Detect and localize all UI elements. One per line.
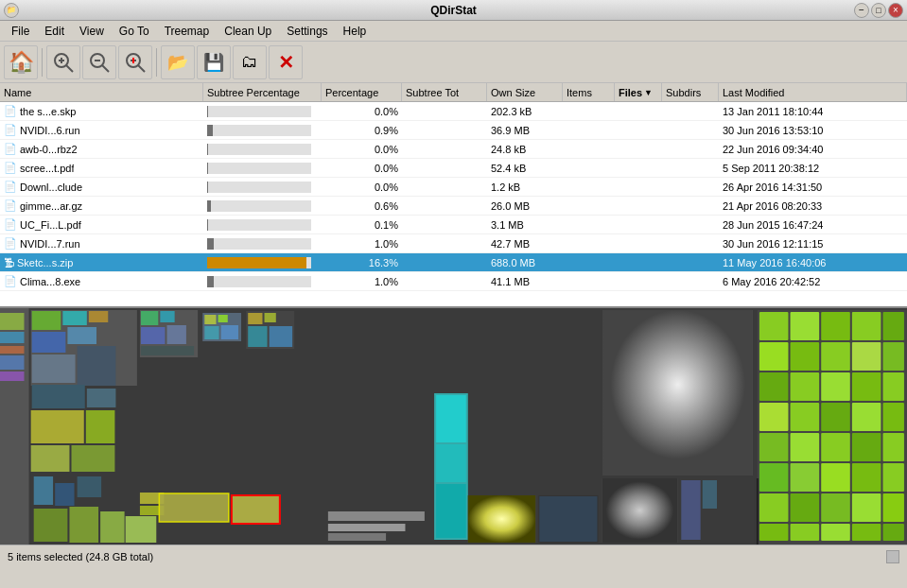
zoom-out-icon bbox=[86, 49, 113, 76]
table-row[interactable]: 📄Clima...8.exe1.0%41.1 MB6 May 2016 20:4… bbox=[0, 272, 907, 291]
toolbar-sep-2 bbox=[156, 48, 157, 77]
pct-bar-bg bbox=[207, 106, 311, 117]
minimize-button[interactable]: − bbox=[854, 3, 869, 18]
subtree-pct-cell bbox=[203, 182, 322, 193]
svg-rect-15 bbox=[0, 346, 25, 354]
items-cell bbox=[563, 186, 615, 188]
svg-rect-20 bbox=[62, 311, 87, 325]
svg-rect-111 bbox=[55, 483, 74, 506]
pct-bar-fill bbox=[207, 125, 213, 136]
subdirs-cell bbox=[662, 167, 719, 169]
zoom-fit-button[interactable] bbox=[118, 45, 152, 79]
titlebar-controls[interactable]: − □ × bbox=[854, 3, 903, 18]
pct-bar-bg bbox=[207, 257, 311, 268]
delete-button[interactable]: ✕ bbox=[269, 45, 303, 79]
col-subtree-pct[interactable]: Subtree Percentage bbox=[203, 83, 322, 101]
svg-rect-94 bbox=[882, 524, 903, 541]
svg-rect-50 bbox=[436, 444, 466, 482]
svg-rect-73 bbox=[852, 403, 881, 431]
save-button[interactable]: 💾 bbox=[197, 45, 231, 79]
subdirs-cell bbox=[662, 205, 719, 207]
svg-rect-120 bbox=[757, 478, 759, 545]
pct-bar-bg bbox=[207, 219, 311, 231]
svg-rect-53 bbox=[603, 310, 753, 476]
last-modified-cell: 21 Apr 2016 08:20:33 bbox=[719, 199, 907, 213]
svg-rect-60 bbox=[759, 342, 789, 371]
svg-rect-82 bbox=[821, 463, 850, 492]
svg-rect-64 bbox=[882, 342, 903, 371]
col-last-modified[interactable]: Last Modified bbox=[719, 83, 907, 101]
menu-help[interactable]: Help bbox=[336, 23, 375, 40]
svg-rect-46 bbox=[248, 326, 267, 347]
pct-cell: 0.1% bbox=[322, 218, 402, 232]
file-icon: 📄 bbox=[4, 105, 17, 117]
svg-rect-14 bbox=[0, 332, 25, 343]
table-row[interactable]: 🗜Sketc...s.zip16.3%688.0 MB11 May 2016 1… bbox=[0, 253, 907, 272]
open-button[interactable]: 📂 bbox=[161, 45, 195, 79]
table-row[interactable]: 📄scree...t.pdf0.0%52.4 kB5 Sep 2011 20:3… bbox=[0, 159, 907, 178]
subdirs-cell bbox=[662, 148, 719, 150]
own-size-cell: 688.0 MB bbox=[487, 256, 563, 269]
last-modified-cell: 30 Jun 2016 12:11:15 bbox=[719, 237, 907, 251]
window-title: QDirStat bbox=[430, 4, 477, 17]
table-row[interactable]: 📄the s...e.skp0.0%202.3 kB13 Jan 2011 18… bbox=[0, 102, 907, 121]
zoom-out-button[interactable] bbox=[82, 45, 116, 79]
subdirs-cell bbox=[662, 262, 719, 264]
subtree-pct-cell bbox=[203, 238, 322, 250]
zoom-in-button[interactable] bbox=[46, 45, 80, 79]
maximize-button[interactable]: □ bbox=[871, 3, 886, 18]
menu-treemap[interactable]: Treemap bbox=[157, 23, 218, 40]
col-own-size[interactable]: Own Size bbox=[487, 83, 563, 101]
zoom-in-icon bbox=[50, 49, 77, 76]
subtree-total-cell bbox=[402, 224, 487, 226]
col-items[interactable]: Items bbox=[563, 83, 615, 101]
file-name-cell: 🗜Sketc...s.zip bbox=[0, 257, 203, 268]
svg-rect-28 bbox=[31, 410, 84, 443]
close-button[interactable]: × bbox=[888, 3, 903, 18]
treemap-container[interactable] bbox=[0, 308, 907, 545]
subtree-pct-cell bbox=[203, 106, 322, 117]
svg-rect-67 bbox=[821, 372, 850, 401]
menu-goto[interactable]: Go To bbox=[112, 23, 157, 40]
own-size-cell: 1.2 kB bbox=[487, 181, 563, 194]
titlebar-left-controls[interactable]: 📁 bbox=[4, 3, 19, 18]
subtree-total-cell bbox=[402, 167, 487, 169]
col-files[interactable]: Files▼ bbox=[615, 83, 662, 101]
file-name-cell: 📄UC_Fi...L.pdf bbox=[0, 218, 203, 231]
menu-edit[interactable]: Edit bbox=[37, 23, 72, 40]
files-cell bbox=[615, 205, 662, 207]
col-subdirs[interactable]: Subdirs bbox=[662, 83, 719, 101]
svg-rect-80 bbox=[759, 463, 789, 492]
svg-rect-90 bbox=[759, 524, 789, 541]
table-row[interactable]: 📄NVIDI...7.run1.0%42.7 MB30 Jun 2016 12:… bbox=[0, 234, 907, 253]
svg-rect-19 bbox=[32, 311, 61, 330]
col-subtree-total[interactable]: Subtree Tot bbox=[402, 83, 487, 101]
svg-rect-22 bbox=[32, 332, 66, 353]
table-row[interactable]: 📄UC_Fi...L.pdf0.1%3.1 MB28 Jun 2015 16:4… bbox=[0, 216, 907, 234]
svg-rect-27 bbox=[87, 389, 116, 407]
titlebar: 📁 QDirStat − □ × bbox=[0, 0, 907, 21]
pct-bar-fill bbox=[207, 276, 214, 287]
col-pct[interactable]: Percentage bbox=[322, 83, 402, 101]
home-button[interactable]: 🏠 bbox=[4, 45, 38, 79]
menu-settings[interactable]: Settings bbox=[279, 23, 335, 40]
menu-file[interactable]: File bbox=[4, 23, 37, 40]
svg-rect-12 bbox=[0, 308, 29, 545]
folder-button[interactable]: 🗂 bbox=[233, 45, 267, 79]
file-name-cell: 📄gimme...ar.gz bbox=[0, 199, 203, 212]
file-name-cell: 📄Downl...clude bbox=[0, 181, 203, 193]
table-row[interactable]: 📄NVIDI...6.run0.9%36.9 MB30 Jun 2016 13:… bbox=[0, 121, 907, 140]
svg-rect-36 bbox=[166, 325, 185, 344]
file-name-cell: 📄NVIDI...7.run bbox=[0, 237, 203, 250]
pct-bar-bg bbox=[207, 238, 311, 250]
own-size-cell: 24.8 kB bbox=[487, 143, 563, 156]
svg-rect-26 bbox=[32, 385, 85, 408]
table-row[interactable]: 📄gimme...ar.gz0.6%26.0 MB21 Apr 2016 08:… bbox=[0, 197, 907, 216]
items-cell bbox=[563, 148, 615, 150]
table-row[interactable]: 📄awb-0...rbz20.0%24.8 kB22 Jun 2016 09:3… bbox=[0, 140, 907, 159]
table-row[interactable]: 📄Downl...clude0.0%1.2 kB26 Apr 2016 14:3… bbox=[0, 178, 907, 197]
col-name[interactable]: Name bbox=[0, 83, 203, 101]
menu-view[interactable]: View bbox=[72, 23, 112, 40]
svg-rect-55 bbox=[759, 312, 789, 340]
menu-cleanup[interactable]: Clean Up bbox=[217, 23, 279, 40]
